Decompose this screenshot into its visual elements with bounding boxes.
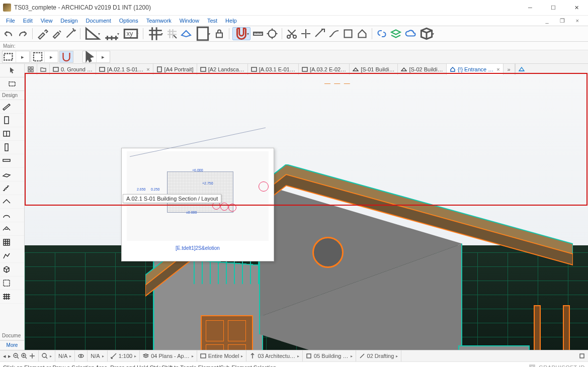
marquee-mode-button[interactable] xyxy=(31,51,45,62)
tool-mesh[interactable] xyxy=(0,290,24,304)
tool-skylight[interactable] xyxy=(0,222,24,236)
mdi-minimize-icon[interactable]: _ xyxy=(541,18,552,24)
box-tool-button[interactable] xyxy=(342,27,355,40)
menu-edit[interactable]: Edit xyxy=(19,18,37,24)
box3d-button[interactable] xyxy=(417,27,436,40)
triangle-tool-button[interactable] xyxy=(83,27,102,40)
tool-stair[interactable] xyxy=(0,181,24,195)
menu-help[interactable]: Help xyxy=(221,18,241,24)
nav-layer[interactable]: 04 Plans - Ap…▸ xyxy=(140,350,197,361)
window-maximize-button[interactable]: ☐ xyxy=(542,0,565,15)
home-button[interactable] xyxy=(356,27,369,40)
tab-close-icon[interactable]: × xyxy=(496,66,499,72)
tab-close-icon[interactable]: × xyxy=(146,66,149,72)
tab-a4[interactable]: [A4 Portrait] xyxy=(153,64,197,75)
trim-button[interactable] xyxy=(299,27,312,40)
toolbox-arrow-button[interactable] xyxy=(0,64,24,77)
mdi-restore-icon[interactable]: ❐ xyxy=(556,18,569,24)
syringe-button[interactable] xyxy=(50,27,63,40)
marquee-arrow-button[interactable]: ▸ xyxy=(45,51,58,62)
menu-document[interactable]: Document xyxy=(82,18,115,24)
tool-object[interactable] xyxy=(0,263,24,277)
mdi-close-icon[interactable]: × xyxy=(572,18,583,24)
menu-view[interactable]: View xyxy=(37,18,57,24)
brand-label[interactable]: GRAPHISOFT ID xyxy=(539,364,585,367)
tool-curtainwall[interactable] xyxy=(0,236,24,249)
cloud-button[interactable] xyxy=(403,27,416,40)
nav-build[interactable]: 05 Building …▸ xyxy=(303,350,356,361)
menu-test[interactable]: Test xyxy=(203,18,221,24)
toolbox-more-button[interactable]: More xyxy=(0,340,24,350)
magnet-mode-button[interactable] xyxy=(60,51,73,62)
tool-column[interactable] xyxy=(0,141,24,154)
tool-wall[interactable] xyxy=(0,100,24,114)
pointer-mode-button[interactable] xyxy=(83,51,97,62)
zoom-out-icon[interactable] xyxy=(13,353,19,359)
link-button[interactable] xyxy=(375,27,388,40)
tool-beam[interactable] xyxy=(0,154,24,168)
pan-icon[interactable] xyxy=(29,353,35,359)
tab-a2[interactable]: [A2 Landsca… xyxy=(197,64,248,75)
nav-na1[interactable]: N/A▸ xyxy=(55,350,75,361)
toolbox-marquee-button[interactable] xyxy=(0,77,24,91)
nav-scale[interactable]: 1:100▸ xyxy=(108,350,140,361)
menu-options[interactable]: Options xyxy=(115,18,142,24)
nav-draft[interactable]: 02 Drafting▸ xyxy=(356,350,402,361)
ruler-button[interactable] xyxy=(251,27,265,40)
tab-ground[interactable]: 0. Ground … xyxy=(50,64,96,75)
grid-button[interactable] xyxy=(146,27,164,40)
lock-button[interactable] xyxy=(213,27,226,40)
magnet-button[interactable] xyxy=(232,27,250,40)
nav-end-icon[interactable] xyxy=(576,350,588,361)
menu-design[interactable]: Design xyxy=(56,18,81,24)
tool-slab[interactable] xyxy=(0,168,24,181)
eyedropper-button[interactable] xyxy=(36,27,49,40)
layers-button[interactable] xyxy=(389,27,402,40)
zoom-in-icon[interactable] xyxy=(21,353,27,359)
select-mode-arrow-button[interactable]: ▸ xyxy=(16,51,29,62)
menu-file[interactable]: File xyxy=(2,18,19,24)
nav-orbit[interactable] xyxy=(75,350,88,361)
nav-model[interactable]: Entire Model▸ xyxy=(197,350,247,361)
menu-teamwork[interactable]: Teamwork xyxy=(142,18,176,24)
measure-tool-button[interactable] xyxy=(103,27,121,40)
tab-3d-icon[interactable] xyxy=(515,64,528,75)
tool-zone[interactable] xyxy=(0,277,24,290)
grid-edit-button[interactable] xyxy=(165,27,179,40)
nav-na2[interactable]: N/A▸ xyxy=(88,350,107,361)
tab-grid-icon[interactable] xyxy=(25,64,37,75)
menu-window[interactable]: Window xyxy=(176,18,203,24)
tab-section[interactable]: [A.02.1 S-01…× xyxy=(96,64,153,75)
plane-button[interactable] xyxy=(180,27,193,40)
undo-button[interactable] xyxy=(2,27,15,40)
tool-shell[interactable] xyxy=(0,209,24,222)
redo-button[interactable] xyxy=(16,27,29,40)
sheet-button[interactable] xyxy=(194,27,212,40)
tab-e01[interactable]: [A.03.1 E-01… xyxy=(248,64,299,75)
nav-next-button[interactable]: ▸ xyxy=(8,353,11,359)
wand-button[interactable] xyxy=(64,27,77,40)
tab-e02[interactable]: [A.03.2 E-02… xyxy=(299,64,350,75)
tool-window[interactable] xyxy=(0,127,24,141)
tab-s02[interactable]: [S-02 Buildi… xyxy=(398,64,446,75)
tool-door[interactable] xyxy=(0,114,24,127)
pointer-arrow-button[interactable]: ▸ xyxy=(97,51,110,62)
window-minimize-button[interactable]: ─ xyxy=(519,0,542,15)
canvas[interactable]: 0. Ground … [A.02.1 S-01…× [A4 Portrait]… xyxy=(25,64,588,350)
tab-overflow-button[interactable]: » xyxy=(503,64,515,75)
nav-arch[interactable]: 03 Architectu…▸ xyxy=(246,350,303,361)
xy-tool-button[interactable]: xy xyxy=(122,27,140,40)
tool-roof[interactable] xyxy=(0,195,24,209)
curve-button[interactable] xyxy=(327,27,341,40)
tab-folder-icon[interactable] xyxy=(37,64,50,75)
select-mode-rect-button[interactable] xyxy=(3,51,16,62)
window-close-button[interactable]: ✕ xyxy=(565,0,588,15)
target-button[interactable] xyxy=(266,27,279,40)
nav-prev-button[interactable]: ◂ xyxy=(3,353,6,359)
tab-entrance[interactable]: {!} Entrance …× xyxy=(447,64,503,75)
cut-button[interactable] xyxy=(285,27,298,40)
fit-icon[interactable] xyxy=(42,353,48,359)
adjust-button[interactable] xyxy=(313,27,326,40)
tool-morph[interactable] xyxy=(0,249,24,263)
tab-s01[interactable]: [S-01 Buildi… xyxy=(350,64,398,75)
